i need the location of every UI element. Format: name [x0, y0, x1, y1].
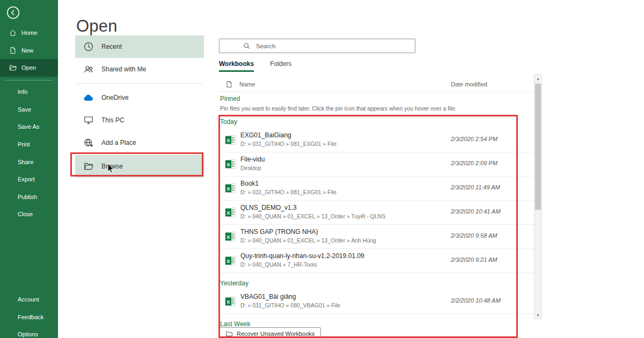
file-row[interactable]: XTHNS GAP (TRONG NHA)D: » 040_QUAN » 01_… [219, 225, 533, 249]
sidebar-item-label: Feedback [18, 314, 43, 320]
sidebar-item-home[interactable]: Home [0, 24, 58, 42]
sidebar-item-print[interactable]: Print [0, 136, 58, 153]
file-date-modified: 2/3/2020 9:58 AM [451, 232, 497, 239]
sidebar-item-label: Options [18, 331, 38, 337]
sidebar-item-label: Open [21, 64, 36, 71]
excel-backstage-open: HomeNewOpen InfoSaveSave AsPrintShareExp… [0, 0, 644, 338]
sidebar-item-label: Home [21, 30, 37, 36]
file-row[interactable]: XVBAG01_Bài giảngD: » 031_GITIHO » 080_V… [219, 290, 533, 314]
sidebar-item-close[interactable]: Close [0, 205, 58, 223]
back-button[interactable] [6, 6, 20, 19]
excel-file-icon: X [224, 134, 236, 146]
file-date-modified: 2/3/2020 2:54 PM [451, 136, 497, 142]
section-title: Last Week [220, 320, 533, 328]
sidebar-divider [5, 80, 53, 80]
file-path: D: » 031_GITIHO » 081_EXG01 » File [240, 189, 336, 195]
section-hint: Pin files you want to easily find later.… [220, 105, 533, 112]
file-row[interactable]: XEXG01_BaiGiangD: » 031_GITIHO » 081_EXG… [219, 128, 533, 152]
place-item-shared-with-me[interactable]: Shared with Me [75, 58, 204, 80]
name-column-header: Name [239, 81, 255, 87]
recover-unsaved-workbooks-button[interactable]: Recover Unsaved Workbooks [219, 327, 321, 338]
search-input[interactable] [255, 42, 415, 50]
recover-folder-icon [225, 330, 233, 337]
pc-icon [84, 115, 93, 125]
file-type-tabs: WorkbooksFolders [219, 60, 533, 72]
file-path: D: » 031_GITIHO » 081_EXG01 » File [240, 141, 336, 147]
sidebar-item-save-as[interactable]: Save As [0, 118, 58, 136]
page-title: Open [76, 17, 118, 36]
sidebar-nav-bottom: AccountFeedbackOptions [0, 291, 58, 338]
file-name: EXG01_BaiGiang [240, 131, 291, 139]
place-item-browse[interactable]: Browse [75, 155, 204, 178]
sidebar-item-options[interactable]: Options [0, 326, 58, 338]
file-row[interactable]: XQuy-trinh-quan-ly-nhan-su-v1.2-2019.01.… [219, 249, 533, 273]
section-title: Pinned [220, 95, 533, 102]
document-icon [225, 80, 233, 88]
tab-folders[interactable]: Folders [270, 60, 291, 72]
svg-text:X: X [226, 161, 230, 167]
file-path: Desktop [240, 165, 261, 171]
file-date-modified: 2/2/2020 10:48 AM [451, 297, 501, 304]
file-row[interactable]: XBook1D: » 031_GITIHO » 081_EXG01 » File… [219, 177, 533, 201]
scroll-up-arrow-icon[interactable]: ▲ [535, 75, 541, 82]
home-icon [9, 29, 17, 36]
sidebar-item-share[interactable]: Share [0, 153, 58, 171]
svg-text:X: X [226, 299, 230, 305]
file-name: VBAG01_Bài giảng [240, 293, 296, 300]
excel-file-icon: X [224, 158, 236, 170]
file-path: D: » 040_QUAN » 7_HR-Tools [240, 261, 317, 268]
places-divider [76, 83, 203, 84]
clock-icon [84, 42, 93, 52]
section-title: Today [220, 118, 533, 126]
file-section-yesterday: YesterdayXVBAG01_Bài giảngD: » 031_GITIH… [219, 280, 533, 314]
files-pane: WorkbooksFolders Name Date modified Pinn… [219, 39, 533, 330]
sidebar-item-export[interactable]: Export [0, 171, 58, 188]
file-row[interactable]: XQLNS_DEMO_v1.3D: » 040_QUAN » 01_EXCEL … [219, 201, 533, 225]
sidebar-item-open[interactable]: Open [0, 59, 58, 77]
sidebar-item-label: Close [18, 211, 33, 217]
excel-file-icon: X [224, 182, 236, 194]
search-icon [243, 42, 250, 49]
excel-file-icon: X [224, 207, 236, 218]
vertical-scrollbar[interactable]: ▲ ▼ [534, 74, 542, 319]
sidebar-item-label: Export [18, 176, 35, 182]
file-name: THNS GAP (TRONG NHA) [240, 228, 318, 236]
sidebar-item-label: Save As [18, 123, 39, 130]
place-item-label: Add a Place [101, 139, 136, 146]
places-list: RecentShared with MeOneDriveThis PCAdd a… [75, 35, 204, 178]
place-item-this-pc[interactable]: This PC [75, 109, 204, 131]
place-item-label: Shared with Me [101, 65, 146, 73]
file-row[interactable]: XFile-viduDesktop2/3/2020 2:09 PM [219, 152, 533, 177]
file-date-modified: 2/3/2020 10:41 AM [451, 208, 501, 215]
place-item-label: Recent [101, 43, 122, 50]
place-item-onedrive[interactable]: OneDrive [75, 86, 204, 109]
place-item-recent[interactable]: Recent [75, 35, 204, 58]
file-section-last-week: Last Week [219, 320, 533, 328]
scroll-down-arrow-icon[interactable]: ▼ [535, 311, 541, 319]
sidebar-nav-middle: InfoSaveSave AsPrintShareExportPublishCl… [0, 83, 58, 223]
sidebar-item-label: Publish [18, 194, 37, 200]
sidebar-item-publish[interactable]: Publish [0, 188, 58, 206]
sidebar-item-label: Print [18, 141, 30, 148]
place-item-label: This PC [101, 116, 125, 124]
scrollbar-thumb[interactable] [535, 84, 541, 210]
search-box[interactable] [219, 39, 415, 53]
place-item-label: Browse [101, 163, 123, 170]
svg-text:X: X [226, 234, 230, 240]
sidebar-item-save[interactable]: Save [0, 101, 58, 119]
sidebar-item-info[interactable]: Info [0, 83, 58, 101]
sidebar-item-new[interactable]: New [0, 42, 58, 60]
sidebar-item-label: Share [18, 159, 33, 165]
file-date-modified: 2/3/2020 2:09 PM [451, 160, 497, 166]
recover-button-label: Recover Unsaved Workbooks [237, 330, 314, 337]
sidebar-item-label: Save [18, 106, 31, 113]
place-item-add-a-place[interactable]: Add a Place [75, 131, 204, 154]
excel-file-icon: X [224, 231, 236, 243]
tab-workbooks[interactable]: Workbooks [219, 60, 254, 72]
tab-label: Workbooks [219, 60, 254, 68]
file-sections: PinnedPin files you want to easily find … [219, 95, 533, 328]
sidebar-item-account[interactable]: Account [0, 291, 58, 308]
sidebar-item-feedback[interactable]: Feedback [0, 308, 58, 326]
excel-file-icon: X [224, 255, 236, 267]
sidebar-item-label: New [21, 47, 33, 54]
